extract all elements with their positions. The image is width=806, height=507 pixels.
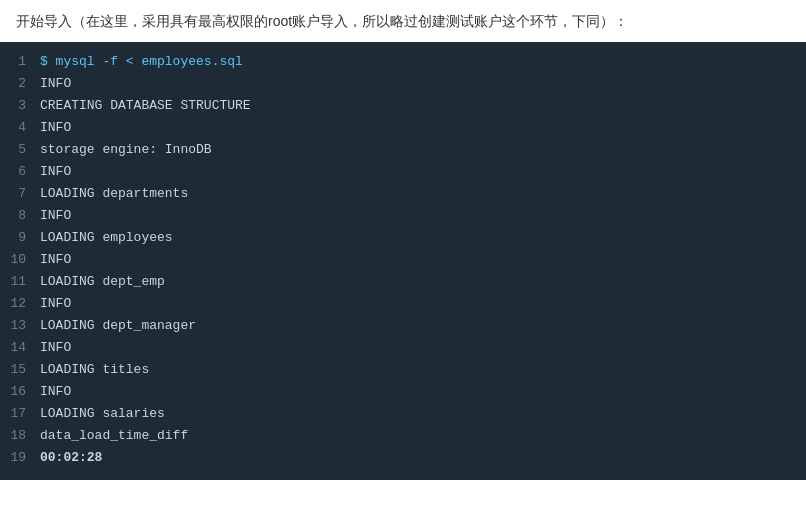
line-content: storage engine: InnoDB <box>40 142 212 157</box>
code-block: 1$ mysql -f < employees.sql2INFO3CREATIN… <box>0 42 806 480</box>
code-line: 2INFO <box>0 74 806 96</box>
line-content: $ mysql -f < employees.sql <box>40 54 243 69</box>
line-number: 10 <box>0 252 40 267</box>
line-content: INFO <box>40 252 71 267</box>
line-content: INFO <box>40 296 71 311</box>
line-number: 9 <box>0 230 40 245</box>
line-number: 11 <box>0 274 40 289</box>
line-number: 8 <box>0 208 40 223</box>
line-content: LOADING titles <box>40 362 149 377</box>
line-content: LOADING employees <box>40 230 173 245</box>
line-content: INFO <box>40 76 71 91</box>
line-number: 18 <box>0 428 40 443</box>
code-line: 15LOADING titles <box>0 360 806 382</box>
code-line: 1$ mysql -f < employees.sql <box>0 52 806 74</box>
line-content: INFO <box>40 164 71 179</box>
line-content: LOADING dept_emp <box>40 274 165 289</box>
code-line: 13LOADING dept_manager <box>0 316 806 338</box>
code-line: 7LOADING departments <box>0 184 806 206</box>
line-content: INFO <box>40 340 71 355</box>
code-line: 6INFO <box>0 162 806 184</box>
line-content: INFO <box>40 120 71 135</box>
line-number: 6 <box>0 164 40 179</box>
code-line: 14INFO <box>0 338 806 360</box>
code-line: 9LOADING employees <box>0 228 806 250</box>
line-content: CREATING DATABASE STRUCTURE <box>40 98 251 113</box>
line-content: data_load_time_diff <box>40 428 188 443</box>
code-line: 5storage engine: InnoDB <box>0 140 806 162</box>
line-number: 19 <box>0 450 40 465</box>
code-line: 8INFO <box>0 206 806 228</box>
code-line: 12INFO <box>0 294 806 316</box>
code-line: 18data_load_time_diff <box>0 426 806 448</box>
line-number: 13 <box>0 318 40 333</box>
line-number: 2 <box>0 76 40 91</box>
line-number: 12 <box>0 296 40 311</box>
line-content: INFO <box>40 208 71 223</box>
code-line: 4INFO <box>0 118 806 140</box>
code-line: 3CREATING DATABASE STRUCTURE <box>0 96 806 118</box>
line-number: 7 <box>0 186 40 201</box>
line-content: INFO <box>40 384 71 399</box>
intro-text: 开始导入（在这里，采用具有最高权限的root账户导入，所以略过创建测试账户这个环… <box>0 0 806 42</box>
line-number: 3 <box>0 98 40 113</box>
line-number: 1 <box>0 54 40 69</box>
line-content: 00:02:28 <box>40 450 102 465</box>
line-number: 15 <box>0 362 40 377</box>
line-content: LOADING dept_manager <box>40 318 196 333</box>
code-line: 16INFO <box>0 382 806 404</box>
code-line: 11LOADING dept_emp <box>0 272 806 294</box>
line-number: 4 <box>0 120 40 135</box>
line-number: 14 <box>0 340 40 355</box>
line-content: LOADING departments <box>40 186 188 201</box>
line-number: 16 <box>0 384 40 399</box>
code-line: 17LOADING salaries <box>0 404 806 426</box>
code-line: 1900:02:28 <box>0 448 806 470</box>
line-content: LOADING salaries <box>40 406 165 421</box>
code-line: 10INFO <box>0 250 806 272</box>
line-number: 17 <box>0 406 40 421</box>
line-number: 5 <box>0 142 40 157</box>
